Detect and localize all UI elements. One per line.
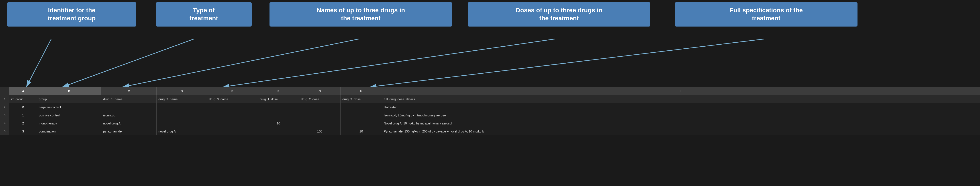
cell-h-3[interactable] bbox=[340, 111, 382, 119]
cell-a-2[interactable]: 0 bbox=[10, 103, 37, 111]
cell-d-2[interactable] bbox=[157, 103, 207, 111]
col-header-d[interactable]: D bbox=[157, 87, 207, 95]
col-header-g[interactable]: G bbox=[299, 87, 340, 95]
cell-e-5[interactable] bbox=[207, 127, 258, 135]
cell-f-3[interactable] bbox=[258, 111, 299, 119]
table-body: 1rx_groupgroupdrug_1_namedrug_2_namedrug… bbox=[0, 95, 980, 135]
table-row: 1rx_groupgroupdrug_1_namedrug_2_namedrug… bbox=[0, 95, 980, 103]
svg-line-4 bbox=[223, 39, 555, 87]
cell-b-2[interactable]: negative control bbox=[37, 103, 101, 111]
cell-f-4[interactable]: 10 bbox=[258, 119, 299, 127]
row-number: 5 bbox=[0, 127, 10, 135]
cell-e-3[interactable] bbox=[207, 111, 258, 119]
cell-d-3[interactable] bbox=[157, 111, 207, 119]
col-header-e[interactable]: E bbox=[207, 87, 258, 95]
cell-f-5[interactable] bbox=[258, 127, 299, 135]
cell-f-2[interactable] bbox=[258, 103, 299, 111]
cell-g-4[interactable] bbox=[299, 119, 340, 127]
tooltip-identifier-text: Identifier for the treatment group bbox=[48, 7, 96, 22]
cell-g-2[interactable] bbox=[299, 103, 340, 111]
cell-a-4[interactable]: 2 bbox=[10, 119, 37, 127]
svg-line-5 bbox=[370, 39, 764, 87]
cell-h-4[interactable] bbox=[340, 119, 382, 127]
cell-b-1[interactable]: group bbox=[37, 95, 101, 103]
tooltip-type: Type of treatment bbox=[156, 2, 252, 27]
cell-g-1[interactable]: drug_2_dose bbox=[299, 95, 340, 103]
column-header-row: A B C D E F G H I bbox=[0, 87, 980, 95]
cell-d-4[interactable] bbox=[157, 119, 207, 127]
tooltip-names-text: Names of up to three drugs in the treatm… bbox=[317, 7, 405, 22]
tooltip-full-text: Full specifications of the treatment bbox=[730, 7, 803, 22]
cell-i-5[interactable]: Pyrazinamide, 150mg/kg in 200 ul by gava… bbox=[382, 127, 980, 135]
cell-i-1[interactable]: full_drug_dose_details bbox=[382, 95, 980, 103]
cell-d-1[interactable]: drug_2_name bbox=[157, 95, 207, 103]
cell-h-2[interactable] bbox=[340, 103, 382, 111]
svg-line-2 bbox=[62, 39, 194, 87]
col-header-b[interactable]: B bbox=[37, 87, 101, 95]
cell-e-4[interactable] bbox=[207, 119, 258, 127]
row-number: 4 bbox=[0, 119, 10, 127]
cell-a-3[interactable]: 1 bbox=[10, 111, 37, 119]
cell-c-3[interactable]: isoniazid bbox=[101, 111, 157, 119]
spreadsheet: A B C D E F G H I 1rx_groupgroupdrug_1_n… bbox=[0, 87, 980, 135]
col-header-f[interactable]: F bbox=[258, 87, 299, 95]
table-row: 42monotherapynovel drug A10Novel drug A,… bbox=[0, 119, 980, 127]
col-header-c[interactable]: C bbox=[101, 87, 157, 95]
table-row: 20negative controlUntreated bbox=[0, 103, 980, 111]
cell-c-1[interactable]: drug_1_name bbox=[101, 95, 157, 103]
tooltip-doses: Doses of up to three drugs in the treatm… bbox=[468, 2, 651, 27]
sheet-table: A B C D E F G H I 1rx_groupgroupdrug_1_n… bbox=[0, 87, 980, 135]
corner-cell bbox=[0, 87, 10, 95]
cell-b-3[interactable]: positive control bbox=[37, 111, 101, 119]
cell-a-1[interactable]: rx_group bbox=[10, 95, 37, 103]
svg-line-1 bbox=[26, 39, 51, 87]
cell-g-3[interactable] bbox=[299, 111, 340, 119]
row-number: 3 bbox=[0, 111, 10, 119]
tooltip-full: Full specifications of the treatment bbox=[675, 2, 858, 27]
row-number: 2 bbox=[0, 103, 10, 111]
col-header-h[interactable]: H bbox=[340, 87, 382, 95]
cell-c-5[interactable]: pyrazinamide bbox=[101, 127, 157, 135]
cell-h-1[interactable]: drug_3_dose bbox=[340, 95, 382, 103]
cell-i-4[interactable]: Novel drug A, 10mg/kg by intrapulmonary … bbox=[382, 119, 980, 127]
svg-line-3 bbox=[123, 39, 359, 87]
cell-d-5[interactable]: novel drug A bbox=[157, 127, 207, 135]
cell-i-2[interactable]: Untreated bbox=[382, 103, 980, 111]
cell-a-5[interactable]: 3 bbox=[10, 127, 37, 135]
cell-i-3[interactable]: Isoniazid, 25mg/kg by intrapulmonary aer… bbox=[382, 111, 980, 119]
cell-f-1[interactable]: drug_1_dose bbox=[258, 95, 299, 103]
cell-h-5[interactable]: 10 bbox=[340, 127, 382, 135]
cell-c-4[interactable]: novel drug A bbox=[101, 119, 157, 127]
tooltip-doses-text: Doses of up to three drugs in the treatm… bbox=[516, 7, 603, 22]
cell-c-2[interactable] bbox=[101, 103, 157, 111]
cell-e-1[interactable]: drug_3_name bbox=[207, 95, 258, 103]
col-header-i[interactable]: I bbox=[382, 87, 980, 95]
table-row: 31positive controlisoniazidIsoniazid, 25… bbox=[0, 111, 980, 119]
tooltip-type-text: Type of treatment bbox=[189, 7, 218, 22]
tooltip-identifier: Identifier for the treatment group bbox=[7, 2, 136, 27]
main-container: Identifier for the treatment group Type … bbox=[0, 0, 980, 186]
table-row: 53combinationpyrazinamidenovel drug A150… bbox=[0, 127, 980, 135]
col-header-a[interactable]: A bbox=[10, 87, 37, 95]
cell-g-5[interactable]: 150 bbox=[299, 127, 340, 135]
cell-b-5[interactable]: combination bbox=[37, 127, 101, 135]
cell-e-2[interactable] bbox=[207, 103, 258, 111]
row-number: 1 bbox=[0, 95, 10, 103]
cell-b-4[interactable]: monotherapy bbox=[37, 119, 101, 127]
tooltip-names: Names of up to three drugs in the treatm… bbox=[269, 2, 452, 27]
